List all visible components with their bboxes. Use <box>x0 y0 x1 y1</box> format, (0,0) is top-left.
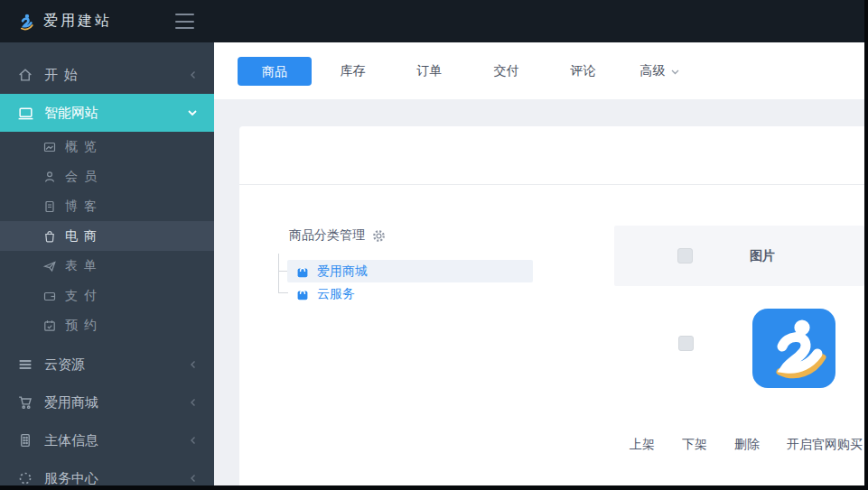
tab-orders[interactable]: 订单 <box>391 63 468 79</box>
tree-connector-line <box>278 254 279 293</box>
bag-icon <box>295 287 310 301</box>
window-edge-bottom <box>0 485 868 490</box>
sidebar-toggle-hamburger-icon[interactable] <box>175 14 194 29</box>
laptop-icon <box>16 104 34 122</box>
sidebar-subitem-ecommerce[interactable]: 电商 <box>0 221 214 251</box>
category-tree-item-cloud-service[interactable]: 云服务 <box>287 282 364 305</box>
blog-doc-icon <box>42 199 57 214</box>
sidebar-item-label: 智能网站 <box>44 105 98 122</box>
category-panel-header: 商品分类管理 <box>289 227 386 244</box>
tab-comments[interactable]: 评论 <box>545 63 621 79</box>
sidebar-subitem-label: 电商 <box>65 228 103 245</box>
tab-advanced-label: 高级 <box>640 63 666 79</box>
topbar: 爱用建站 <box>0 0 868 42</box>
app-logo: 爱用建站 <box>15 0 112 42</box>
smart-website-submenu: 概览 会员 博客 电商 <box>0 132 214 340</box>
tab-advanced[interactable]: 高级 <box>621 63 698 79</box>
category-panel-title: 商品分类管理 <box>289 227 365 244</box>
sidebar-item-start[interactable]: 开始 <box>0 56 214 94</box>
sidebar-subitem-booking[interactable]: 预约 <box>0 310 214 340</box>
sidebar-item-smart-website[interactable]: 智能网站 <box>0 94 214 132</box>
payment-wallet-icon <box>42 288 57 303</box>
sidebar-subitem-members[interactable]: 会员 <box>0 162 214 191</box>
product-table-header: 图片 <box>614 226 864 286</box>
form-plane-icon <box>42 258 57 273</box>
ecommerce-bag-icon <box>42 228 57 244</box>
member-user-icon <box>42 169 57 184</box>
tab-products[interactable]: 商品 <box>238 57 312 86</box>
chevron-left-icon <box>188 472 199 485</box>
products-panel: 商品分类管理 爱用商城 云服务 <box>239 126 864 485</box>
chevron-left-icon <box>188 69 199 81</box>
category-tree-label: 爱用商城 <box>317 263 368 280</box>
sidebar-subitem-label: 概览 <box>65 139 103 155</box>
mall-cart-icon <box>16 393 34 411</box>
tab-delivery[interactable]: 交付 <box>468 63 545 79</box>
sidebar-item-cloud-resources[interactable]: 云资源 <box>0 346 214 384</box>
sidebar-subitem-overview[interactable]: 概览 <box>0 132 214 162</box>
sidebar-item-label: 主体信息 <box>44 432 98 449</box>
sidebar-item-label: 爱用商城 <box>44 394 98 411</box>
sidebar-subitem-forms[interactable]: 表单 <box>0 251 214 281</box>
sidebar-subitem-label: 支付 <box>65 288 103 304</box>
row-select-checkbox[interactable] <box>678 336 694 351</box>
action-delist-product[interactable]: 下架 <box>682 437 707 453</box>
sidebar-item-label: 服务中心 <box>44 470 98 487</box>
main-content: 商品 库存 订单 交付 评论 高级 商品分类管理 <box>214 42 864 485</box>
sidebar-item-label: 云资源 <box>44 356 85 374</box>
category-tree-label: 云服务 <box>317 286 355 302</box>
app-title: 爱用建站 <box>43 12 112 31</box>
sidebar-item-label: 开始 <box>44 67 84 84</box>
category-tree-item-aiyong-mall[interactable]: 爱用商城 <box>287 260 533 282</box>
product-image[interactable] <box>752 309 835 388</box>
tab-inventory[interactable]: 库存 <box>314 63 391 79</box>
service-center-icon <box>16 469 34 487</box>
footer-actions: 上架 下架 删除 开启官网购买 <box>630 437 863 453</box>
sidebar-item-subject-info[interactable]: 主体信息 <box>0 421 214 459</box>
select-all-checkbox[interactable] <box>677 248 693 263</box>
panel-toolbar-area <box>239 126 864 185</box>
bag-icon <box>295 264 310 279</box>
subject-info-icon <box>16 431 34 449</box>
sidebar-subitem-label: 会员 <box>65 169 103 185</box>
sidebar-item-aiyong-mall[interactable]: 爱用商城 <box>0 384 214 421</box>
aiyong-logo-icon <box>15 12 35 32</box>
chevron-left-icon <box>188 396 199 409</box>
window-edge-right <box>864 0 868 490</box>
action-enable-site-purchase[interactable]: 开启官网购买 <box>787 437 863 453</box>
sidebar-subitem-label: 博客 <box>65 199 103 215</box>
sidebar-subitem-payment[interactable]: 支付 <box>0 281 214 310</box>
gear-icon[interactable] <box>372 229 386 243</box>
sidebar-subitem-blog[interactable]: 博客 <box>0 191 214 221</box>
chevron-left-icon <box>188 358 199 371</box>
chevron-left-icon <box>188 434 199 447</box>
cloud-resource-icon <box>16 356 34 374</box>
action-list-product[interactable]: 上架 <box>630 437 655 453</box>
tab-bar: 商品 库存 订单 交付 评论 高级 <box>214 42 864 99</box>
home-icon <box>16 66 34 84</box>
app-window: 爱用建站 开始 智能网站 <box>0 0 868 490</box>
overview-image-icon <box>42 139 57 154</box>
chevron-down-icon <box>186 107 199 118</box>
action-delete-product[interactable]: 删除 <box>734 437 760 453</box>
sidebar-subitem-label: 预约 <box>65 318 103 334</box>
sidebar: 开始 智能网站 概览 <box>0 42 214 485</box>
sidebar-subitem-label: 表单 <box>65 258 103 274</box>
column-header-image: 图片 <box>750 248 775 264</box>
chevron-down-icon <box>670 68 680 76</box>
booking-calendar-icon <box>42 318 57 333</box>
